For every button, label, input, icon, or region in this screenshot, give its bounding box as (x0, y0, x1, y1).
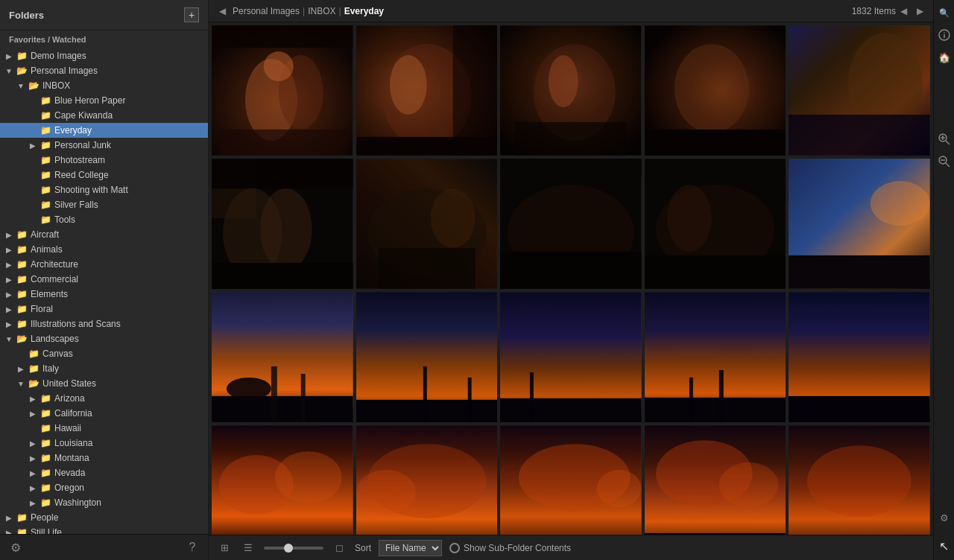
sidebar-item-label: Italy (40, 363, 208, 374)
arrow-icon: ▶ (27, 395, 39, 403)
image-grid (209, 22, 933, 535)
sidebar-item-hawaii[interactable]: 📁 Hawaii (0, 421, 208, 436)
sidebar-item-illustrations-and-scans[interactable]: ▶ 📁 Illustrations and Scans (0, 316, 208, 331)
svg-point-24 (260, 188, 312, 270)
image-thumbnail[interactable] (212, 425, 353, 535)
sidebar-item-oregon[interactable]: ▶ 📁 Oregon (0, 480, 208, 495)
favorites-label: Favorites / Watched (0, 31, 208, 48)
image-thumbnail[interactable] (789, 159, 930, 289)
sidebar-item-california[interactable]: ▶ 📁 California (0, 406, 208, 421)
sidebar-item-landscapes[interactable]: ▼ 📂 Landscapes (0, 331, 208, 346)
sidebar-item-everyday[interactable]: 📁 Everyday (0, 123, 208, 138)
settings-icon[interactable]: ⚙ (936, 509, 953, 526)
image-thumbnail[interactable] (789, 425, 930, 535)
sidebar-item-label: Hawaii (52, 423, 208, 433)
toolbar: ◀ Personal Images | INBOX | Everyday 183… (209, 0, 933, 22)
sidebar-item-label: Photostream (52, 155, 208, 165)
image-thumbnail[interactable] (356, 425, 498, 535)
back-button[interactable]: ◀ (215, 4, 230, 19)
show-subfolder-radio[interactable] (449, 543, 460, 553)
sidebar-item-reed-college[interactable]: 📁 Reed College (0, 168, 208, 182)
image-thumbnail[interactable] (645, 159, 786, 289)
home-icon[interactable]: 🏠 (936, 49, 953, 66)
sidebar-item-personal-images[interactable]: ▼ 📂 Personal Images (0, 63, 208, 78)
sidebar-item-label: Oregon (52, 483, 208, 493)
sidebar-item-italy[interactable]: ▶ 📁 Italy (0, 361, 208, 376)
image-thumbnail[interactable] (645, 425, 786, 535)
svg-rect-52 (500, 398, 642, 422)
sidebar-item-tools[interactable]: 📁 Tools (0, 212, 208, 227)
sidebar-item-people[interactable]: ▶ 📁 People (0, 510, 208, 525)
svg-rect-20 (789, 115, 930, 156)
sidebar-item-arizona[interactable]: ▶ 📁 Arizona (0, 391, 208, 406)
sidebar-item-shooting-with-matt[interactable]: 📁 Shooting with Matt (0, 182, 208, 197)
image-thumbnail[interactable] (212, 25, 353, 156)
sidebar-item-still-life[interactable]: ▶ 📁 Still Life (0, 525, 208, 534)
image-thumbnail[interactable] (500, 159, 642, 289)
sidebar-item-animals[interactable]: ▶ 📁 Animals (0, 242, 208, 257)
image-thumbnail[interactable] (356, 292, 498, 422)
sidebar-item-aircraft[interactable]: ▶ 📁 Aircraft (0, 227, 208, 242)
sidebar-item-label: Architecture (28, 259, 208, 270)
search-zoom-icon[interactable] (936, 131, 953, 147)
sidebar-item-elements[interactable]: ▶ 📁 Elements (0, 287, 208, 302)
search-minus-icon[interactable] (936, 153, 953, 170)
sidebar-item-inbox[interactable]: ▼ 📂 INBOX (0, 78, 208, 93)
next-button[interactable]: ▶ (912, 4, 927, 19)
sidebar-item-label: Commercial (28, 274, 208, 284)
sidebar-item-architecture[interactable]: ▶ 📁 Architecture (0, 257, 208, 272)
svg-point-73 (719, 462, 779, 507)
settings-icon[interactable]: ⚙ (7, 539, 24, 556)
list-view-button[interactable]: ☰ (240, 540, 256, 556)
sidebar-item-canvas[interactable]: 📁 Canvas (0, 346, 208, 361)
sidebar-item-commercial[interactable]: ▶ 📁 Commercial (0, 272, 208, 287)
image-thumbnail[interactable] (789, 292, 930, 422)
zoom-in-icon[interactable]: 🔍 (936, 4, 953, 21)
sidebar-item-personal-junk[interactable]: ▶ 📁 Personal Junk (0, 138, 208, 153)
sidebar-item-nevada[interactable]: ▶ 📁 Nevada (0, 465, 208, 480)
svg-rect-49 (423, 366, 426, 422)
image-thumbnail[interactable] (645, 292, 786, 422)
svg-rect-53 (530, 372, 534, 422)
image-thumbnail[interactable] (789, 25, 930, 156)
folder-icon: 📁 (15, 51, 28, 61)
sidebar-item-demo-images[interactable]: ▶ 📁 Demo Images (0, 48, 208, 63)
svg-rect-17 (645, 130, 786, 156)
help-icon[interactable]: ? (184, 539, 200, 556)
thumbnail-size-slider[interactable] (264, 547, 323, 550)
svg-point-29 (430, 188, 475, 248)
image-thumbnail[interactable] (356, 25, 498, 156)
svg-rect-25 (212, 159, 353, 188)
image-thumbnail[interactable] (500, 25, 642, 156)
sidebar-item-louisiana[interactable]: ▶ 📁 Louisiana (0, 436, 208, 451)
breadcrumb-everyday[interactable]: Everyday (344, 6, 384, 16)
sidebar-item-blue-heron-paper[interactable]: 📁 Blue Heron Paper (0, 93, 208, 108)
sidebar-item-cape-kiwanda[interactable]: 📁 Cape Kiwanda (0, 108, 208, 123)
image-thumbnail[interactable] (356, 159, 498, 289)
breadcrumb: Personal Images | INBOX | Everyday (233, 6, 852, 16)
sidebar-item-montana[interactable]: ▶ 📁 Montana (0, 451, 208, 465)
sidebar-item-washington[interactable]: ▶ 📁 Washington (0, 495, 208, 510)
svg-rect-30 (379, 248, 476, 289)
image-thumbnail[interactable] (212, 292, 353, 422)
grid-view-button[interactable]: ⊞ (216, 540, 233, 556)
breadcrumb-inbox[interactable]: INBOX (308, 6, 335, 16)
folder-icon: 📁 (27, 363, 40, 374)
image-thumbnail[interactable] (645, 25, 786, 156)
sort-select[interactable]: File Name Date Size (379, 540, 442, 556)
toolbar-nav: ◀ ▶ (896, 4, 927, 19)
sidebar-item-silver-falls[interactable]: 📁 Silver Falls (0, 197, 208, 212)
image-thumbnail[interactable] (500, 425, 642, 535)
info-icon[interactable] (936, 27, 953, 43)
sidebar-item-photostream[interactable]: 📁 Photostream (0, 153, 208, 168)
image-row (212, 159, 930, 289)
sidebar-item-floral[interactable]: ▶ 📁 Floral (0, 302, 208, 316)
prev-button[interactable]: ◀ (896, 4, 911, 19)
main-content: ◀ Personal Images | INBOX | Everyday 183… (209, 0, 933, 560)
image-thumbnail[interactable] (500, 292, 642, 422)
breadcrumb-personal-images[interactable]: Personal Images (233, 6, 300, 16)
add-folder-button[interactable]: + (184, 7, 199, 22)
sidebar-item-united-states[interactable]: ▼ 📂 United States (0, 376, 208, 391)
image-thumbnail[interactable] (212, 159, 353, 289)
single-view-button[interactable]: ◻ (331, 540, 347, 556)
